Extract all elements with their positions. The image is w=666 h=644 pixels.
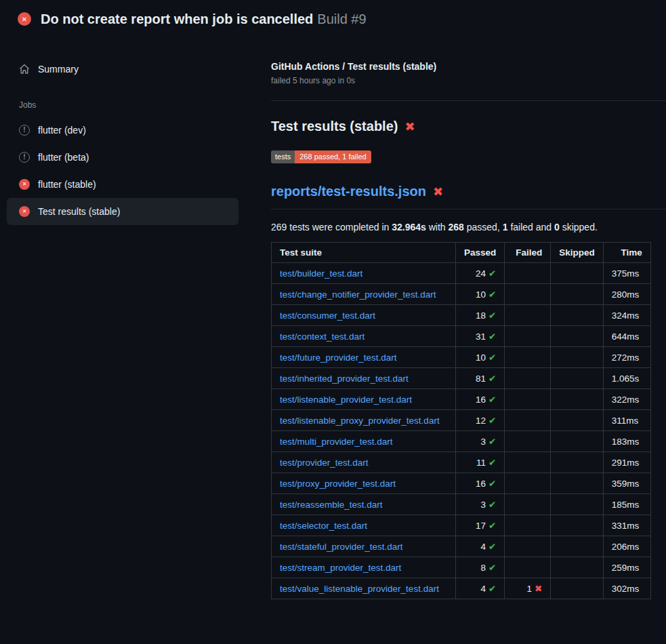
passed-count: 3 xyxy=(480,500,486,510)
check-icon: ✔ xyxy=(488,310,496,321)
suite-link[interactable]: test/inherited_provider_test.dart xyxy=(280,374,409,384)
section-title-text: Test results (stable) xyxy=(271,119,398,134)
failed-cell xyxy=(505,284,551,305)
suite-link[interactable]: test/stream_provider_test.dart xyxy=(280,563,401,573)
suite-link[interactable]: test/consumer_test.dart xyxy=(280,310,375,321)
suite-cell: test/change_notifier_provider_test.dart xyxy=(272,284,456,305)
skipped-cell xyxy=(551,305,604,326)
summary-segment: 268 xyxy=(449,222,464,233)
check-icon: ✔ xyxy=(488,268,496,279)
suite-link[interactable]: test/stateful_provider_test.dart xyxy=(280,542,403,552)
check-icon: ✔ xyxy=(488,395,496,405)
suite-link[interactable]: test/reassemble_test.dart xyxy=(280,500,383,510)
passed-count: 16 xyxy=(476,395,486,405)
failed-cell: 1✖ xyxy=(505,578,551,599)
page-title: Do not create report when job is cancell… xyxy=(41,11,367,27)
suite-link[interactable]: test/future_provider_test.dart xyxy=(280,353,397,363)
suite-link[interactable]: test/proxy_provider_test.dart xyxy=(280,479,396,489)
suite-link[interactable]: test/provider_test.dart xyxy=(280,458,369,468)
sidebar-item-label: Summary xyxy=(38,64,79,75)
header: ✕ Do not create report when job is cance… xyxy=(0,0,666,38)
sidebar-job-item[interactable]: ! flutter (beta) xyxy=(7,144,238,171)
test-results-table: Test suite Passed Failed Skipped Time te… xyxy=(271,242,651,599)
passed-cell: 4✔ xyxy=(456,536,505,557)
suite-cell: test/consumer_test.dart xyxy=(272,305,456,326)
passed-cell: 24✔ xyxy=(456,263,505,284)
suite-link[interactable]: test/change_notifier_provider_test.dart xyxy=(280,289,436,300)
time-cell: 644ms xyxy=(603,326,650,347)
sidebar-item-summary[interactable]: Summary xyxy=(7,56,238,83)
failed-cell xyxy=(505,263,551,284)
failed-cell xyxy=(505,494,551,515)
suite-cell: test/reassemble_test.dart xyxy=(272,494,456,515)
suite-link[interactable]: test/builder_test.dart xyxy=(280,268,362,279)
suite-link[interactable]: test/multi_provider_test.dart xyxy=(280,437,393,447)
passed-count: 10 xyxy=(476,353,486,363)
failed-cell xyxy=(505,347,551,368)
suite-link[interactable]: test/listenable_provider_test.dart xyxy=(280,395,412,405)
passed-cell: 16✔ xyxy=(456,473,505,494)
check-icon: ✔ xyxy=(488,416,496,426)
table-row: test/proxy_provider_test.dart 16✔ 359ms xyxy=(272,473,651,494)
failed-cell xyxy=(505,410,551,431)
suite-cell: test/multi_provider_test.dart xyxy=(272,431,456,452)
passed-count: 3 xyxy=(480,437,486,447)
suite-link[interactable]: test/value_listenable_provider_test.dart xyxy=(280,584,439,594)
table-header-row: Test suite Passed Failed Skipped Time xyxy=(272,243,651,263)
job-status-icon: ! xyxy=(19,152,30,163)
col-header-failed: Failed xyxy=(505,243,551,263)
skipped-cell xyxy=(551,494,604,515)
suite-cell: test/stream_provider_test.dart xyxy=(272,557,456,578)
table-row: test/stream_provider_test.dart 8✔ 259ms xyxy=(272,557,651,578)
suite-cell: test/stateful_provider_test.dart xyxy=(272,536,456,557)
jobs-section-label: Jobs xyxy=(19,100,271,110)
suite-cell: test/selector_test.dart xyxy=(272,515,456,536)
passed-count: 18 xyxy=(476,310,486,321)
skipped-cell xyxy=(551,284,604,305)
suite-cell: test/proxy_provider_test.dart xyxy=(272,473,456,494)
passed-count: 8 xyxy=(480,563,486,573)
build-number: Build #9 xyxy=(317,12,366,26)
failed-x-icon: ✖ xyxy=(404,121,415,133)
skipped-cell xyxy=(551,431,604,452)
check-icon: ✔ xyxy=(488,521,496,531)
sidebar-job-item[interactable]: ✕ Test results (stable) xyxy=(7,198,238,225)
suite-link[interactable]: test/listenable_proxy_provider_test.dart xyxy=(280,416,440,426)
failed-cell xyxy=(505,431,551,452)
time-cell: 291ms xyxy=(603,452,650,473)
check-icon: ✔ xyxy=(488,289,496,300)
skipped-cell xyxy=(551,326,604,347)
time-cell: 359ms xyxy=(603,473,650,494)
check-icon: ✔ xyxy=(488,563,496,573)
time-cell: 280ms xyxy=(603,284,650,305)
passed-cell: 11✔ xyxy=(456,452,505,473)
sidebar-job-item[interactable]: ✕ flutter (stable) xyxy=(7,171,238,198)
summary-segment: 1 xyxy=(503,222,508,233)
passed-count: 81 xyxy=(476,374,486,384)
time-cell: 311ms xyxy=(603,410,650,431)
table-row: test/value_listenable_provider_test.dart… xyxy=(272,578,651,599)
failed-cell xyxy=(505,473,551,494)
suite-cell: test/builder_test.dart xyxy=(272,263,456,284)
report-file-link[interactable]: reports/test-results.json xyxy=(271,184,426,199)
skipped-cell xyxy=(551,389,604,410)
passed-count: 11 xyxy=(476,458,486,468)
table-row: test/inherited_provider_test.dart 81✔ 1.… xyxy=(272,368,651,389)
col-header-skipped: Skipped xyxy=(551,243,604,263)
job-status-icon: ✕ xyxy=(19,179,30,190)
suite-link[interactable]: test/selector_test.dart xyxy=(280,521,367,531)
table-row: test/multi_provider_test.dart 3✔ 183ms xyxy=(272,431,651,452)
sidebar-job-item[interactable]: ! flutter (dev) xyxy=(7,117,238,144)
check-icon: ✔ xyxy=(488,374,496,384)
time-cell: 183ms xyxy=(603,431,650,452)
table-row: test/context_test.dart 31✔ 644ms xyxy=(272,326,651,347)
passed-cell: 10✔ xyxy=(456,284,505,305)
failed-cell xyxy=(505,326,551,347)
cross-icon: ✖ xyxy=(535,584,542,594)
failed-cell xyxy=(505,368,551,389)
suite-link[interactable]: test/context_test.dart xyxy=(280,331,365,342)
skipped-cell xyxy=(551,263,604,284)
check-icon: ✔ xyxy=(488,584,496,594)
table-row: test/stateful_provider_test.dart 4✔ 206m… xyxy=(272,536,651,557)
failed-cell xyxy=(505,305,551,326)
